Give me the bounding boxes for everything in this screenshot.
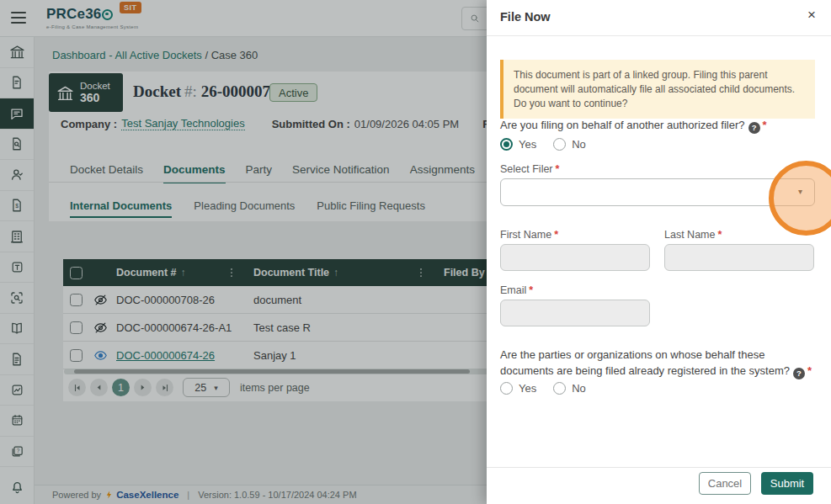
file-now-panel: File Now × This document is part of a li…	[487, 0, 831, 504]
field-label-text: Email	[500, 284, 526, 296]
last-name-field[interactable]	[664, 244, 814, 271]
email-field[interactable]	[500, 300, 650, 326]
radio-option-no[interactable]: No	[553, 382, 586, 395]
panel-divider	[487, 35, 831, 36]
field-label-text: Select Filer	[500, 163, 553, 175]
required-asterisk: *	[717, 229, 722, 241]
cancel-button[interactable]: Cancel	[699, 472, 751, 495]
chevron-down-icon: ▾	[798, 187, 802, 196]
first-name-field[interactable]	[500, 244, 650, 271]
field-label-text: Last Name	[664, 229, 715, 241]
required-asterisk: *	[556, 163, 560, 175]
radio-unselected-icon[interactable]	[500, 382, 513, 395]
required-asterisk: *	[529, 284, 533, 296]
panel-title: File Now	[500, 10, 551, 24]
required-asterisk: *	[554, 229, 558, 241]
parties-registered-radio-group: Yes No	[500, 382, 586, 395]
field-label-text: First Name	[500, 229, 551, 241]
radio-unselected-icon[interactable]	[553, 382, 566, 395]
email-label: Email*	[500, 284, 533, 296]
help-icon[interactable]: ?	[748, 122, 760, 134]
question-parties-registered: Are the parties or organizations on whos…	[500, 347, 818, 379]
select-filer-label: Select Filer*	[500, 163, 559, 175]
submit-button[interactable]: Submit	[761, 472, 813, 495]
question-text: Are you filing on behalf of another auth…	[500, 119, 745, 131]
linked-group-warning: This document is part of a linked group.…	[500, 60, 815, 119]
app-window: PRCe36 e-Filing & Case Management System…	[0, 0, 831, 504]
radio-option-yes[interactable]: Yes	[500, 138, 536, 151]
question-text: Are the parties or organizations on whos…	[500, 348, 790, 377]
radio-selected-icon[interactable]	[500, 138, 513, 151]
radio-label: Yes	[519, 382, 536, 395]
panel-footer-divider	[487, 467, 831, 468]
radio-label: No	[572, 382, 586, 395]
last-name-label: Last Name*	[664, 229, 722, 241]
radio-unselected-icon[interactable]	[553, 138, 566, 151]
radio-label: Yes	[519, 138, 536, 151]
required-asterisk: *	[763, 119, 767, 131]
required-asterisk: *	[807, 364, 812, 377]
help-icon[interactable]: ?	[793, 368, 805, 379]
question-authorized-filer: Are you filing on behalf of another auth…	[500, 118, 818, 134]
first-name-label: First Name*	[500, 229, 558, 241]
radio-option-yes[interactable]: Yes	[500, 382, 536, 395]
authorized-filer-radio-group: Yes No	[500, 138, 586, 151]
radio-option-no[interactable]: No	[553, 138, 586, 151]
radio-label: No	[572, 138, 586, 151]
close-icon[interactable]: ×	[807, 8, 816, 22]
modal-overlay	[0, 0, 487, 504]
select-filer-dropdown[interactable]: ▾	[500, 178, 815, 206]
